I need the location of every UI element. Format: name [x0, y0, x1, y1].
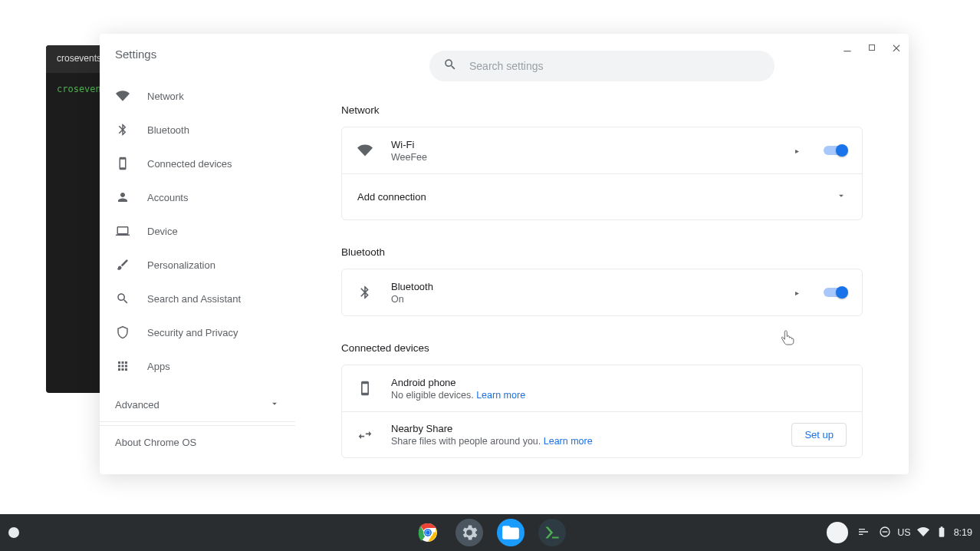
section-connected-devices: Connected devices Android phone No eligi…	[341, 335, 863, 458]
chevron-down-icon	[836, 190, 847, 204]
chevron-down-icon	[269, 398, 280, 411]
battery-icon	[936, 526, 948, 540]
setup-button[interactable]: Set up	[791, 423, 847, 447]
sidebar-item-search-assistant[interactable]: Search and Assistant	[100, 282, 295, 315]
dnd-icon	[879, 526, 891, 540]
sidebar: Settings Network Bluetooth Connected dev…	[100, 34, 295, 474]
bluetooth-icon	[115, 123, 130, 137]
settings-window: Settings Network Bluetooth Connected dev…	[100, 34, 909, 474]
nearby-share-row[interactable]: Nearby Share Share files with people aro…	[342, 411, 862, 457]
svg-point-4	[426, 530, 429, 534]
add-connection-row[interactable]: Add connection	[342, 173, 862, 219]
files-app-icon[interactable]	[497, 519, 525, 546]
laptop-icon	[115, 224, 130, 238]
section-title: Network	[341, 97, 863, 127]
sidebar-item-label: Bluetooth	[147, 124, 189, 136]
wifi-title: Wi-Fi	[391, 139, 788, 150]
chevron-right-icon: ▸	[788, 289, 824, 297]
learn-more-link[interactable]: Learn more	[476, 390, 525, 401]
terminal-app-icon[interactable]	[538, 519, 566, 546]
sidebar-advanced-label: Advanced	[115, 399, 159, 411]
sidebar-item-label: Search and Assistant	[147, 293, 241, 305]
divider	[100, 421, 295, 422]
ime-label: US	[897, 527, 910, 538]
bluetooth-row[interactable]: Bluetooth On ▸	[342, 269, 862, 315]
nearby-share-icon	[357, 427, 391, 443]
search-icon	[443, 58, 457, 74]
sidebar-item-label: Accounts	[147, 192, 188, 203]
android-phone-sub: No eligible devices. Learn more	[391, 390, 847, 401]
avatar[interactable]	[827, 522, 848, 543]
status-tray[interactable]: US 8:19	[879, 526, 972, 540]
settings-app-icon[interactable]	[455, 519, 483, 546]
sidebar-advanced[interactable]: Advanced	[100, 389, 295, 420]
sidebar-item-apps[interactable]: Apps	[100, 349, 295, 383]
sidebar-item-connected-devices[interactable]: Connected devices	[100, 147, 295, 180]
section-title: Connected devices	[341, 335, 863, 365]
sidebar-item-label: Network	[147, 91, 184, 102]
brush-icon	[115, 258, 130, 272]
person-icon	[115, 190, 130, 204]
section-title: Bluetooth	[341, 239, 863, 269]
add-connection-label: Add connection	[357, 191, 836, 203]
bluetooth-status: On	[391, 294, 788, 305]
bluetooth-icon	[357, 285, 391, 300]
main-content: Network Wi-Fi WeeFee ▸	[295, 34, 909, 474]
close-button[interactable]	[890, 41, 903, 54]
sidebar-item-label: Apps	[147, 361, 170, 372]
sidebar-item-device[interactable]: Device	[100, 214, 295, 248]
sidebar-item-label: Connected devices	[147, 158, 232, 170]
section-network: Network Wi-Fi WeeFee ▸	[341, 97, 863, 220]
launcher-button[interactable]	[8, 527, 19, 538]
nearby-share-sub: Share files with people around you. Lear…	[391, 436, 791, 447]
nearby-share-title: Nearby Share	[391, 423, 791, 434]
learn-more-link[interactable]: Learn more	[544, 436, 593, 447]
wifi-icon	[115, 89, 130, 103]
section-bluetooth: Bluetooth Bluetooth On ▸	[341, 239, 863, 316]
apps-icon	[115, 359, 130, 373]
sidebar-item-network[interactable]: Network	[100, 79, 295, 113]
wifi-toggle[interactable]	[824, 145, 847, 156]
sidebar-about[interactable]: About Chrome OS	[100, 425, 295, 459]
search-box[interactable]	[429, 51, 774, 81]
android-phone-title: Android phone	[391, 377, 847, 388]
android-phone-row[interactable]: Android phone No eligible devices. Learn…	[342, 365, 862, 411]
shelf: US 8:19	[0, 514, 980, 551]
sidebar-item-bluetooth[interactable]: Bluetooth	[100, 113, 295, 147]
window-controls	[841, 41, 903, 54]
sidebar-item-personalization[interactable]: Personalization	[100, 248, 295, 282]
maximize-button[interactable]	[866, 41, 878, 54]
clock-label: 8:19	[954, 527, 972, 538]
sidebar-item-accounts[interactable]: Accounts	[100, 180, 295, 214]
bluetooth-toggle[interactable]	[824, 287, 847, 298]
sidebar-item-label: Device	[147, 226, 178, 237]
app-title: Settings	[100, 48, 295, 79]
shield-icon	[115, 325, 130, 339]
wifi-icon	[357, 143, 391, 158]
sidebar-item-security-privacy[interactable]: Security and Privacy	[100, 315, 295, 349]
bluetooth-title: Bluetooth	[391, 281, 788, 292]
chrome-app-icon[interactable]	[414, 519, 442, 546]
search-icon	[115, 292, 130, 305]
quick-settings-icon[interactable]	[857, 526, 870, 540]
sidebar-about-label: About Chrome OS	[115, 437, 196, 448]
minimize-button[interactable]	[841, 41, 853, 54]
sidebar-item-label: Security and Privacy	[147, 327, 238, 338]
wifi-status-icon	[917, 526, 929, 540]
chevron-right-icon: ▸	[788, 147, 824, 155]
sidebar-item-label: Personalization	[147, 259, 215, 271]
wifi-ssid: WeeFee	[391, 152, 788, 163]
phone-icon	[115, 157, 130, 170]
phone-icon	[357, 381, 391, 396]
search-input[interactable]	[469, 60, 761, 72]
wifi-row[interactable]: Wi-Fi WeeFee ▸	[342, 127, 862, 173]
